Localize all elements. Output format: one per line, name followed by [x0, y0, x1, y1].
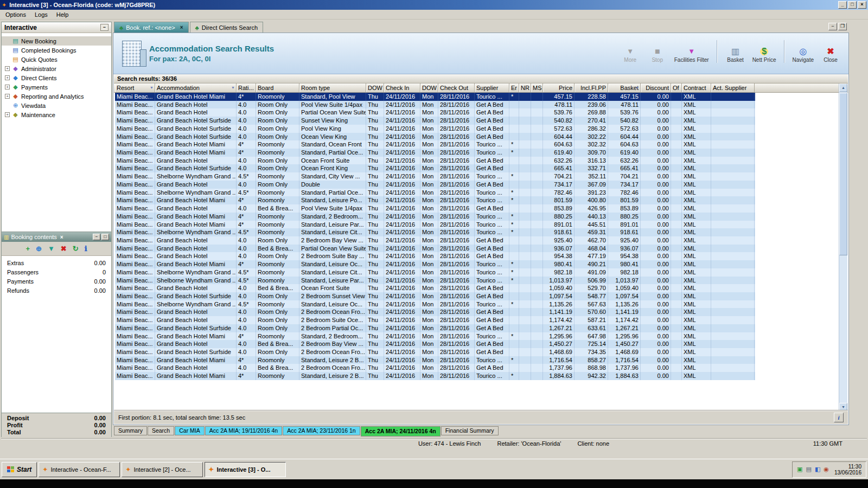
- table-row[interactable]: Miami Beac...Grand Beach Hotel Miami4*Ro…: [115, 149, 755, 157]
- menu-options[interactable]: Options: [1, 10, 30, 19]
- table-row[interactable]: Miami Beac...Grand Beach Hotel Miami4*Ro…: [115, 213, 755, 221]
- toolbar-button-close[interactable]: ✖Close: [820, 46, 841, 63]
- minimize-button[interactable]: _: [838, 1, 847, 9]
- booking-contents-row[interactable]: Refunds0.00: [2, 287, 111, 297]
- table-row[interactable]: Miami Beac...Grand Beach Hotel4.0Room On…: [115, 101, 755, 109]
- table-row[interactable]: Miami Beac...Grand Beach Hotel Surfside4…: [115, 324, 755, 332]
- menu-logs[interactable]: Logs: [30, 10, 52, 19]
- column-header-accommodation-1[interactable]: Accommodation▼: [155, 84, 237, 92]
- scroll-up-icon[interactable]: ▲: [839, 84, 847, 92]
- column-header-dow-5[interactable]: DOW: [366, 84, 384, 92]
- column-header-of-17[interactable]: Of: [671, 84, 682, 92]
- globe-icon[interactable]: ⊕: [36, 245, 42, 253]
- menu-help[interactable]: Help: [52, 10, 73, 19]
- update-icon[interactable]: ◉: [824, 466, 829, 473]
- column-header-dow-7[interactable]: DOW: [420, 84, 438, 92]
- filter-icon[interactable]: ▼: [231, 86, 235, 89]
- sidebar-item-administrator[interactable]: +◆Administrator: [2, 64, 111, 73]
- column-header-supplier-9[interactable]: Supplier: [475, 84, 509, 92]
- table-row[interactable]: Miami Beac...Shelborne Wyndham Grand ...…: [115, 277, 755, 285]
- table-row[interactable]: Miami Beac...Shelborne Wyndham Grand ...…: [115, 189, 755, 197]
- chat-icon[interactable]: ▣: [797, 466, 802, 473]
- sidebar-item-new-booking[interactable]: ▤New Booking: [2, 36, 111, 46]
- bottom-tab-search[interactable]: Search: [148, 426, 174, 435]
- expander-icon[interactable]: +: [5, 66, 10, 71]
- column-header-check-in-6[interactable]: Check In: [384, 84, 420, 92]
- collapse-panel-button[interactable]: −: [100, 24, 108, 31]
- bottom-tab-acc-2a-mia-23-11-2016-1n[interactable]: Acc 2A MIA; 23/11/2016 1n: [283, 426, 360, 435]
- table-row[interactable]: Miami Beac...Grand Beach Hotel Surfside4…: [115, 125, 755, 133]
- table-row[interactable]: Miami Beac...Grand Beach Hotel4.0Bed & B…: [115, 245, 755, 253]
- table-row[interactable]: Miami Beac...Grand Beach Hotel4.0Room On…: [115, 108, 755, 117]
- column-header-discount-16[interactable]: Discount: [641, 84, 671, 92]
- bottom-tab-summary[interactable]: Summary: [114, 426, 147, 435]
- toolbar-button-navigate[interactable]: ◎Navigate: [793, 46, 814, 63]
- filter-icon[interactable]: ▼: [635, 86, 639, 89]
- taskbar-window-interactive-3-o[interactable]: ✦Interactive [3] - O...: [205, 462, 286, 477]
- table-row[interactable]: Miami Beac...Shelborne Wyndham Grand ...…: [115, 268, 755, 277]
- table-row[interactable]: Miami Beac...Grand Beach Hotel4.0Room On…: [115, 316, 755, 324]
- table-row[interactable]: Miami Beac...Grand Beach Hotel Surfside4…: [115, 133, 755, 141]
- sidebar-item-direct-clients[interactable]: +◆Direct Clients: [2, 73, 111, 82]
- maximize-button[interactable]: □: [848, 1, 857, 9]
- toolbar-button-basket[interactable]: ▥Basket: [725, 46, 746, 63]
- mdi-minimize-button[interactable]: −: [828, 23, 837, 30]
- table-row[interactable]: Miami Beac...Grand Beach Hotel Surfside4…: [115, 292, 755, 300]
- table-row[interactable]: Miami Beac...Grand Beach Hotel Miami4*Ro…: [115, 372, 755, 380]
- display-icon[interactable]: ◧: [815, 466, 820, 473]
- booking-contents-row[interactable]: Extras0.00: [2, 260, 111, 269]
- column-header-price-13[interactable]: Price: [543, 84, 575, 92]
- table-row[interactable]: Miami Beac...Grand Beach Hotel4.0Room On…: [115, 157, 755, 165]
- scrollbar-thumb[interactable]: [839, 93, 847, 255]
- booking-contents-close-icon[interactable]: ×: [60, 234, 63, 240]
- vertical-scrollbar[interactable]: ▲ ▼: [839, 84, 847, 412]
- column-header-room-type-4[interactable]: Room type: [299, 84, 366, 92]
- bottom-tab-car-mia[interactable]: Car MIA: [175, 426, 205, 435]
- table-row[interactable]: Miami Beac...Grand Beach Hotel Miami4*Ro…: [115, 221, 755, 229]
- taskbar-window-interactive-2-oce[interactable]: ✦Interactive [2] - Oce...: [122, 462, 203, 477]
- column-header-er-10[interactable]: Er: [509, 84, 519, 92]
- column-header-incl-fl-pp-14[interactable]: Incl.Fl.PP: [575, 84, 608, 92]
- start-button[interactable]: Start: [2, 462, 37, 477]
- mdi-restore-button[interactable]: ❐: [838, 23, 847, 30]
- column-header-contract-18[interactable]: Contract: [682, 84, 711, 92]
- sidebar-item-completed-bookings[interactable]: ▤Completed Bookings: [2, 46, 111, 55]
- info-button[interactable]: i: [834, 413, 844, 422]
- booking-contents-minimize-button[interactable]: −: [93, 234, 100, 240]
- bottom-tab-acc-2a-mia-24-11-2016-4n[interactable]: Acc 2A MIA; 24/11/2016 4n: [361, 426, 441, 436]
- column-header-basket-15[interactable]: Basket▼: [608, 84, 641, 92]
- sidebar-item-quick-quotes[interactable]: ▤Quick Quotes: [2, 55, 111, 64]
- table-row[interactable]: Miami Beac...Grand Beach Hotel Surfside4…: [115, 117, 755, 125]
- tab-book-ref-none[interactable]: ♣Book. ref.: <none>×: [114, 22, 189, 33]
- table-row[interactable]: Miami Beac...Grand Beach Hotel Miami4*Ro…: [115, 260, 755, 268]
- bottom-tab-acc-2a-mia-19-11-2016-4n[interactable]: Acc 2A MIA; 19/11/2016 4n: [205, 426, 282, 435]
- sidebar-item-reporting-and-analytics[interactable]: +◆Reporting and Analytics: [2, 92, 111, 101]
- table-row[interactable]: Miami Beac...Shelborne Wyndham Grand ...…: [115, 172, 755, 181]
- table-row[interactable]: Miami Beac...Shelborne Wyndham Grand ...…: [115, 300, 755, 309]
- add-icon[interactable]: +: [25, 245, 30, 253]
- expander-icon[interactable]: +: [5, 94, 10, 99]
- sidebar-item-viewdata[interactable]: ⊕Viewdata: [2, 101, 111, 110]
- refresh-icon[interactable]: ↻: [73, 245, 79, 253]
- table-row[interactable]: Miami Beac...Grand Beach Hotel Surfside4…: [115, 348, 755, 356]
- column-header-board-3[interactable]: Board: [256, 84, 299, 92]
- tab-close-icon[interactable]: ×: [180, 24, 183, 30]
- toolbar-button-facilities-filter[interactable]: ▼Facilities Filter: [674, 46, 709, 63]
- table-row[interactable]: Miami Beac...Grand Beach Hotel4.0Bed & B…: [115, 284, 755, 292]
- booking-contents-row[interactable]: Payments0.00: [2, 278, 111, 287]
- basket-export-icon[interactable]: ▼: [48, 245, 55, 253]
- table-row[interactable]: Miami Beac...Grand Beach Hotel4.0Bed & B…: [115, 204, 755, 213]
- booking-contents-maximize-button[interactable]: □: [101, 234, 109, 240]
- table-row[interactable]: Miami Beac...Grand Beach Hotel4.0Room On…: [115, 308, 755, 316]
- expander-icon[interactable]: +: [5, 85, 10, 89]
- table-row[interactable]: Miami Beac...Grand Beach Hotel4.0Bed & B…: [115, 340, 755, 348]
- table-row[interactable]: Miami Beac...Grand Beach Hotel Miami4*Ro…: [115, 140, 755, 149]
- expander-icon[interactable]: +: [5, 112, 10, 117]
- table-row[interactable]: Miami Beac...Grand Beach Hotel4.0Room On…: [115, 252, 755, 260]
- table-row[interactable]: Miami Beac...Grand Beach Hotel Miami4*Ro…: [115, 93, 755, 101]
- booking-contents-row[interactable]: Passengers0: [2, 269, 111, 278]
- table-row[interactable]: Miami Beac...Grand Beach Hotel Surfside4…: [115, 164, 755, 172]
- sidebar-item-payments[interactable]: +◆Payments: [2, 82, 111, 92]
- taskbar-window-interactive-ocean-f[interactable]: ✦Interactive - Ocean-F...: [39, 462, 120, 477]
- table-row[interactable]: Miami Beac...Grand Beach Hotel Miami4*Ro…: [115, 356, 755, 364]
